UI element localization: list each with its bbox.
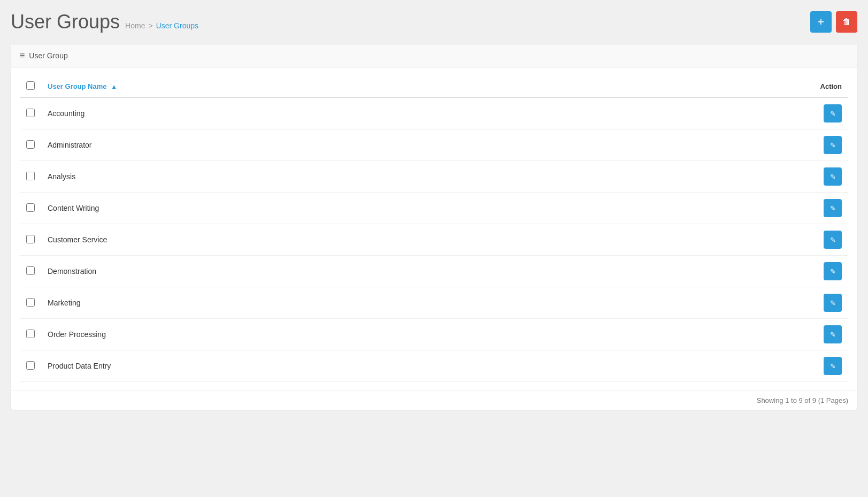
row-name-3: Analysis	[41, 161, 610, 193]
row-checkbox-6[interactable]	[26, 266, 35, 275]
add-button[interactable]: +	[810, 11, 832, 33]
pencil-icon-4: ✎	[830, 204, 836, 212]
row-checkbox-cell	[20, 256, 41, 287]
page-title: User Groups	[11, 11, 120, 33]
column-header-name[interactable]: User Group Name ▲	[41, 76, 610, 97]
row-checkbox-4[interactable]	[26, 203, 35, 212]
user-groups-table: User Group Name ▲ Action Accounting ✎	[20, 76, 848, 382]
edit-button-3[interactable]: ✎	[824, 167, 842, 186]
row-checkbox-cell	[20, 129, 41, 161]
row-name-6: Demonstration	[41, 256, 610, 287]
card-body: User Group Name ▲ Action Accounting ✎	[11, 67, 857, 391]
trash-icon: 🗑	[842, 17, 851, 27]
page-title-section: User Groups Home > User Groups	[11, 11, 198, 33]
table-row: Accounting ✎	[20, 97, 848, 129]
row-checkbox-1[interactable]	[26, 109, 35, 117]
pencil-icon-7: ✎	[830, 299, 836, 307]
row-checkbox-9[interactable]	[26, 361, 35, 370]
breadcrumb-current[interactable]: User Groups	[156, 21, 198, 30]
table-row: Demonstration ✎	[20, 256, 848, 287]
pencil-icon-8: ✎	[830, 331, 836, 339]
card-header: ≡ User Group	[11, 44, 857, 67]
pencil-icon-2: ✎	[830, 141, 836, 149]
row-action-cell-3: ✎	[610, 161, 848, 193]
table-row: Customer Service ✎	[20, 224, 848, 256]
table-row: Marketing ✎	[20, 287, 848, 319]
row-checkbox-5[interactable]	[26, 235, 35, 243]
delete-selected-button[interactable]: 🗑	[836, 11, 857, 33]
table-row: Administrator ✎	[20, 129, 848, 161]
row-checkbox-8[interactable]	[26, 330, 35, 338]
table-header-row: User Group Name ▲ Action	[20, 76, 848, 97]
row-action-cell-5: ✎	[610, 224, 848, 256]
card-header-title: User Group	[29, 51, 67, 60]
row-checkbox-2[interactable]	[26, 140, 35, 149]
row-checkbox-cell	[20, 193, 41, 224]
edit-button-9[interactable]: ✎	[824, 357, 842, 375]
table-row: Product Data Entry ✎	[20, 350, 848, 382]
row-name-4: Content Writing	[41, 193, 610, 224]
edit-button-4[interactable]: ✎	[824, 199, 842, 217]
row-action-cell-1: ✎	[610, 97, 848, 129]
edit-button-5[interactable]: ✎	[824, 231, 842, 249]
pagination-info: Showing 1 to 9 of 9 (1 Pages)	[757, 396, 848, 404]
pencil-icon-9: ✎	[830, 362, 836, 370]
table-row: Order Processing ✎	[20, 319, 848, 350]
breadcrumb-separator: >	[148, 21, 152, 30]
row-checkbox-cell	[20, 319, 41, 350]
table-header: User Group Name ▲ Action	[20, 76, 848, 97]
pencil-icon-1: ✎	[830, 110, 836, 118]
pencil-icon-6: ✎	[830, 267, 836, 276]
edit-button-7[interactable]: ✎	[824, 294, 842, 312]
table-body: Accounting ✎ Administrator ✎ Analysis	[20, 97, 848, 382]
row-action-cell-7: ✎	[610, 287, 848, 319]
sort-asc-icon: ▲	[111, 83, 117, 90]
table-row: Analysis ✎	[20, 161, 848, 193]
edit-button-2[interactable]: ✎	[824, 136, 842, 154]
pencil-icon-5: ✎	[830, 236, 836, 244]
row-action-cell-6: ✎	[610, 256, 848, 287]
row-name-2: Administrator	[41, 129, 610, 161]
column-header-action: Action	[610, 76, 848, 97]
select-all-cell	[20, 76, 41, 97]
row-action-cell-8: ✎	[610, 319, 848, 350]
page-header: User Groups Home > User Groups + 🗑	[11, 11, 857, 33]
header-actions: + 🗑	[810, 11, 857, 33]
edit-button-8[interactable]: ✎	[824, 325, 842, 343]
row-checkbox-cell	[20, 287, 41, 319]
row-checkbox-cell	[20, 224, 41, 256]
row-name-9: Product Data Entry	[41, 350, 610, 382]
row-checkbox-3[interactable]	[26, 172, 35, 180]
page-wrapper: User Groups Home > User Groups + 🗑 ≡ Use…	[0, 0, 868, 497]
row-checkbox-cell	[20, 97, 41, 129]
row-name-5: Customer Service	[41, 224, 610, 256]
pencil-icon-3: ✎	[830, 173, 836, 181]
edit-button-1[interactable]: ✎	[824, 104, 842, 123]
table-footer: Showing 1 to 9 of 9 (1 Pages)	[11, 391, 857, 410]
main-card: ≡ User Group User Group Name ▲ Acti	[11, 44, 857, 410]
select-all-checkbox[interactable]	[26, 81, 35, 90]
breadcrumb-home[interactable]: Home	[125, 21, 145, 30]
row-name-8: Order Processing	[41, 319, 610, 350]
row-action-cell-4: ✎	[610, 193, 848, 224]
row-name-1: Accounting	[41, 97, 610, 129]
breadcrumb: Home > User Groups	[125, 21, 198, 30]
row-checkbox-cell	[20, 161, 41, 193]
row-checkbox-7[interactable]	[26, 298, 35, 307]
row-name-7: Marketing	[41, 287, 610, 319]
row-action-cell-9: ✎	[610, 350, 848, 382]
plus-icon: +	[818, 15, 825, 29]
edit-button-6[interactable]: ✎	[824, 262, 842, 280]
row-action-cell-2: ✎	[610, 129, 848, 161]
row-checkbox-cell	[20, 350, 41, 382]
list-icon: ≡	[20, 51, 25, 60]
table-row: Content Writing ✎	[20, 193, 848, 224]
